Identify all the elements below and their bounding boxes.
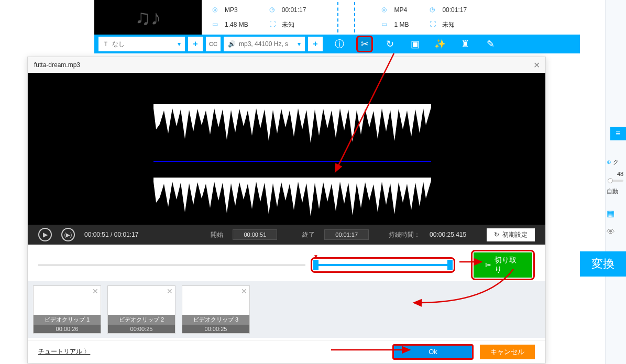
src-col-2: ◷00:01:17 ⛶未知 xyxy=(259,0,317,35)
dst-col-1: ◎MP4 ▭1 MB xyxy=(371,0,419,35)
clip-name: ビデオクリップ 3 xyxy=(182,315,249,325)
src-dur: 00:01:17 xyxy=(282,6,306,14)
tutorial-link[interactable]: チュートリアル 〉 xyxy=(38,347,90,356)
range-selector[interactable]: ▼ xyxy=(311,257,455,273)
clip-item[interactable]: ✕ビデオクリップ 300:00:25 xyxy=(182,285,250,334)
clip-close-icon[interactable]: ✕ xyxy=(241,287,247,295)
clip-name: ビデオクリップ 2 xyxy=(108,315,175,325)
clip-thumb xyxy=(182,286,249,315)
clip-close-icon[interactable]: ✕ xyxy=(167,287,173,295)
crop-icon[interactable]: ▣ xyxy=(407,36,423,52)
audio-format-dropdown[interactable]: 🔊 mp3, 44100 Hz, s ▾ xyxy=(224,37,305,51)
waveform-area[interactable] xyxy=(28,73,545,225)
folder-icon: ▭ xyxy=(212,20,221,29)
text-dd-value: なし xyxy=(112,40,125,49)
waveform-left xyxy=(153,104,431,151)
speaker-icon: 🔊 xyxy=(228,40,236,48)
effects-icon[interactable]: ✨ xyxy=(432,36,448,52)
dialog-bottom-bar: チュートリアル 〉 Ok キャンセル xyxy=(28,340,545,363)
edit-toolbar: Ｔ なし ▾ + CC 🔊 mp3, 44100 Hz, s ▾ + ⓘ ✂ ↻… xyxy=(94,35,580,53)
folder-icon: ▭ xyxy=(381,20,390,29)
add-text-button[interactable]: + xyxy=(188,37,203,51)
dst-col-2: ◷00:01:17 ⛶未知 xyxy=(419,0,477,35)
cut-button[interactable]: ✂ 切り取り xyxy=(474,252,532,278)
playback-controls: ▶ (▶) 00:00:51 / 00:01:17 開始 00:00:51 終了… xyxy=(28,225,545,245)
src-col-1: ◎MP3 ▭1.48 MB xyxy=(202,0,259,35)
eye-icon[interactable]: 👁 xyxy=(607,227,615,237)
dim-icon: ⛶ xyxy=(269,20,278,29)
text-icon: Ｔ xyxy=(103,40,109,49)
start-time-input[interactable]: 00:00:51 xyxy=(233,229,277,240)
caret-down-icon: ▾ xyxy=(292,40,301,48)
waveform-right xyxy=(153,178,431,225)
start-label: 開始 xyxy=(211,230,223,239)
cut-label: 切り取り xyxy=(495,256,521,274)
duration-label: 持続時間： xyxy=(389,230,420,239)
source-info-row: ♫♪ ◎MP3 ▭1.48 MB ◷00:01:17 ⛶未知 ◎MP4 ▭1 M… xyxy=(94,0,580,35)
subtitle-icon[interactable]: ✎ xyxy=(482,36,499,52)
watermark-icon[interactable]: ♜ xyxy=(457,36,474,52)
info-icon[interactable]: ⓘ xyxy=(331,36,348,52)
range-handle-right[interactable] xyxy=(447,260,453,270)
end-time-input[interactable]: 00:01:17 xyxy=(324,229,369,240)
right-auto: 自動 xyxy=(607,187,618,195)
src-dim: 未知 xyxy=(282,20,294,29)
reset-label: 初期設定 xyxy=(502,230,528,239)
src-size: 1.48 MB xyxy=(225,21,248,28)
ok-button[interactable]: Ok xyxy=(392,344,474,360)
range-row: ▼ ✂ 切り取り xyxy=(28,251,545,279)
right-48: 48 xyxy=(617,171,623,177)
audio-dd-value: mp3, 44100 Hz, s xyxy=(239,40,288,48)
chip-icon[interactable]: ▦ xyxy=(607,208,614,218)
play-segment-button[interactable]: (▶) xyxy=(61,228,75,241)
range-handle-left[interactable] xyxy=(313,260,319,270)
src-format: MP3 xyxy=(225,6,238,14)
text-overlay-dropdown[interactable]: Ｔ なし ▾ xyxy=(98,37,185,51)
clip-item[interactable]: ✕ビデオクリップ 200:00:25 xyxy=(107,285,175,334)
duration-value: 00:00:25.415 xyxy=(430,231,466,238)
clip-time: 00:00:25 xyxy=(182,325,249,333)
scissors-icon: ✂ xyxy=(485,261,491,269)
convert-button[interactable]: 変換 xyxy=(580,251,626,277)
reset-button[interactable]: ↻ 初期設定 xyxy=(487,228,535,241)
clip-time: 00:00:25 xyxy=(108,325,175,333)
clip-close-icon[interactable]: ✕ xyxy=(92,287,98,295)
cut-tool-button[interactable]: ✂ xyxy=(356,36,373,52)
panel-toggle[interactable]: ≡ xyxy=(610,127,626,140)
clock-icon: ◷ xyxy=(269,6,278,14)
clip-thumb xyxy=(108,286,175,315)
clip-item[interactable]: ✕ビデオクリップ 100:00:26 xyxy=(33,285,101,334)
add-audio-button[interactable]: + xyxy=(308,37,323,51)
clip-thumb xyxy=(34,286,101,315)
dst-dim: 未知 xyxy=(442,20,455,29)
format-icon: ◎ xyxy=(212,6,221,14)
dim-icon: ⛶ xyxy=(430,20,438,29)
range-bar[interactable] xyxy=(314,264,452,266)
clip-name: ビデオクリップ 1 xyxy=(34,315,101,325)
dst-dur: 00:01:17 xyxy=(442,6,467,14)
cut-button-wrap: ✂ 切り取り xyxy=(471,250,535,280)
media-thumbnail: ♫♪ xyxy=(94,0,202,35)
clip-time: 00:00:26 xyxy=(34,325,101,333)
waveform-mid xyxy=(153,161,431,162)
rotate-icon[interactable]: ↻ xyxy=(381,36,398,52)
right-panel: ≡ ⊕ ク 48 自動 ▦ 👁 xyxy=(605,0,626,364)
cancel-button[interactable]: キャンセル xyxy=(480,345,535,359)
playback-time: 00:00:51 / 00:01:17 xyxy=(84,231,138,238)
clock-icon: ◷ xyxy=(430,6,438,14)
cc-button[interactable]: CC xyxy=(206,37,221,51)
end-label: 終了 xyxy=(302,230,315,239)
format-icon: ◎ xyxy=(381,6,390,14)
range-track[interactable] xyxy=(38,264,305,266)
caret-down-icon: ▾ xyxy=(172,40,181,48)
dst-format: MP4 xyxy=(394,6,407,14)
play-button[interactable]: ▶ xyxy=(38,228,52,241)
close-icon[interactable]: ✕ xyxy=(533,60,540,70)
range-marker-icon: ▼ xyxy=(313,253,319,259)
right-label: ⊕ ク xyxy=(607,158,619,166)
clips-row: ✕ビデオクリップ 100:00:26✕ビデオクリップ 200:00:25✕ビデオ… xyxy=(28,281,545,338)
dialog-title: futta-dream.mp3 xyxy=(28,57,545,73)
separator xyxy=(337,2,338,32)
slider[interactable] xyxy=(608,180,623,182)
separator xyxy=(354,2,355,32)
